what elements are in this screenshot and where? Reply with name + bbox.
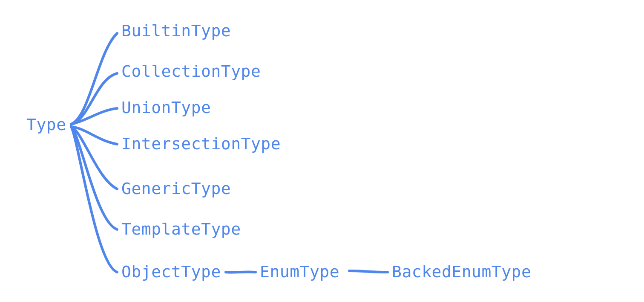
node-intersection-type: IntersectionType <box>121 134 281 153</box>
node-object-type: ObjectType <box>121 262 221 281</box>
node-generic-type: GenericType <box>121 179 231 198</box>
connector-8 <box>349 271 388 272</box>
node-builtin-type: BuiltinType <box>121 21 231 40</box>
node-enum-type: EnumType <box>260 262 339 281</box>
connector-2 <box>71 108 117 124</box>
connector-1 <box>71 73 117 124</box>
node-template-type: TemplateType <box>121 220 241 238</box>
node-collection-type: CollectionType <box>121 62 261 81</box>
diagram-stage: Type BuiltinType CollectionType UnionTyp… <box>0 0 644 302</box>
connector-6 <box>71 127 117 272</box>
connector-4 <box>71 127 117 189</box>
connector-3 <box>71 127 117 144</box>
connector-0 <box>71 33 117 124</box>
node-union-type: UnionType <box>121 98 211 117</box>
connector-7 <box>226 272 256 272</box>
connector-layer <box>0 0 644 302</box>
node-type-root: Type <box>26 115 66 134</box>
connector-5 <box>71 127 117 229</box>
node-backed-enum-type: BackedEnumType <box>392 262 531 281</box>
